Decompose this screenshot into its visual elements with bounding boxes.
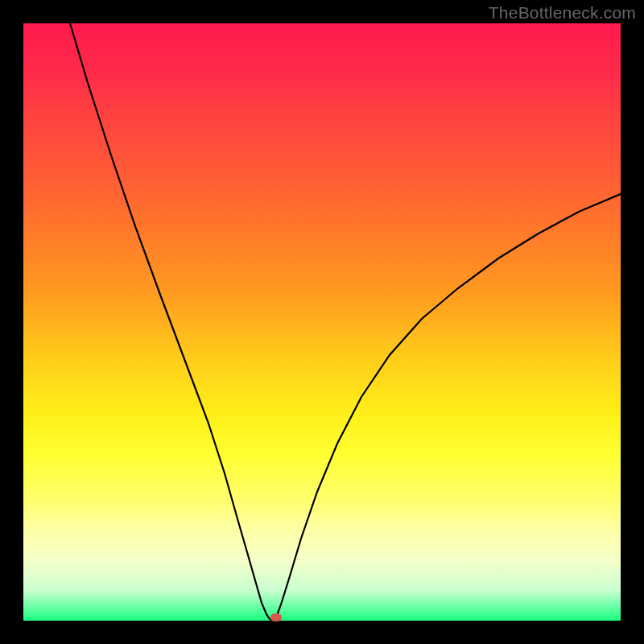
chart-frame: TheBottleneck.com [0, 0, 644, 644]
curve-path [70, 23, 621, 621]
watermark-text: TheBottleneck.com [489, 3, 636, 23]
bottleneck-curve [23, 23, 621, 621]
optimum-marker [270, 613, 282, 621]
plot-area [23, 23, 621, 621]
